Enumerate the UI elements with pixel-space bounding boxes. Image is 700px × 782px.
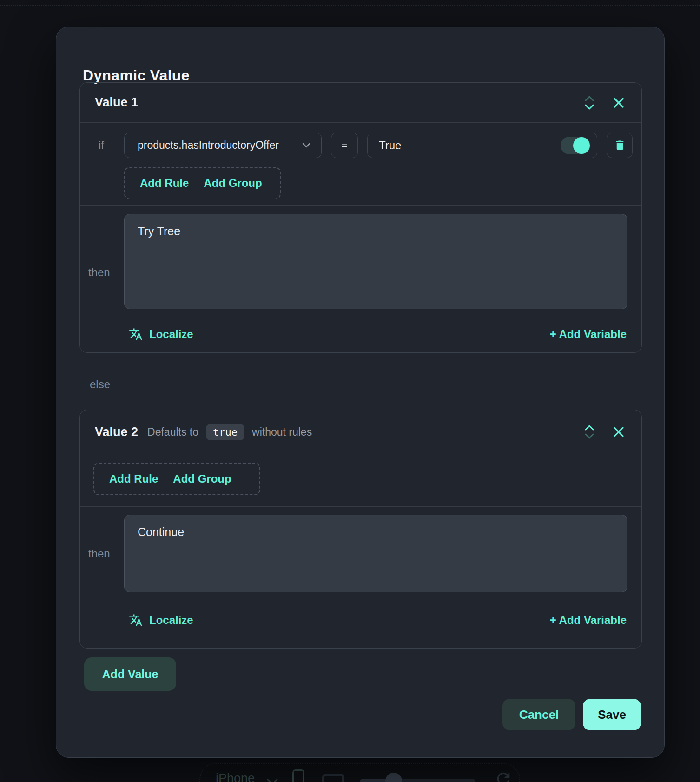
- localize-label: Localize: [149, 328, 193, 341]
- condition-operator-select[interactable]: =: [331, 133, 358, 158]
- add-rule-button[interactable]: Add Rule: [140, 177, 189, 190]
- portrait-orientation-icon[interactable]: [292, 769, 304, 782]
- value-2-card: Value 2 Defaults to true without rules A…: [79, 410, 642, 649]
- default-value-pill: true: [206, 424, 244, 440]
- section-divider: [80, 506, 641, 507]
- then-label: then: [88, 547, 110, 560]
- chevron-up-icon[interactable]: [584, 425, 595, 431]
- close-icon[interactable]: [613, 426, 625, 438]
- add-rule-group-box: Add Rule Add Group: [93, 463, 260, 495]
- modal-title: Dynamic Value: [83, 67, 190, 84]
- reorder-value-2-control[interactable]: [584, 425, 595, 439]
- translate-icon: [129, 327, 143, 341]
- add-group-button[interactable]: Add Group: [173, 472, 231, 485]
- section-divider: [80, 205, 641, 206]
- add-variable-button[interactable]: + Add Variable: [550, 328, 627, 341]
- chevron-down-icon[interactable]: [584, 433, 595, 439]
- refresh-icon[interactable]: [494, 769, 513, 782]
- value-1-title: Value 1: [95, 95, 138, 110]
- chevron-down-icon[interactable]: [584, 104, 595, 110]
- localize-row: Localize + Add Variable: [129, 325, 627, 344]
- localize-button[interactable]: Localize: [129, 327, 193, 341]
- landscape-orientation-icon[interactable]: [322, 774, 344, 782]
- defaults-prefix: Defaults to: [147, 426, 198, 438]
- add-rule-group-box: Add Rule Add Group: [124, 167, 281, 199]
- else-label: else: [90, 378, 110, 391]
- chevron-down-icon: [302, 141, 311, 150]
- reorder-value-1-control[interactable]: [584, 96, 595, 110]
- zoom-slider-thumb[interactable]: [385, 773, 402, 782]
- device-preview-toolbar: iPhone: [199, 763, 520, 782]
- save-button[interactable]: Save: [583, 699, 641, 730]
- value-1-header: Value 1: [80, 83, 641, 123]
- add-variable-button[interactable]: + Add Variable: [550, 614, 627, 627]
- cancel-button[interactable]: Cancel: [502, 699, 575, 730]
- then-label: then: [88, 266, 110, 279]
- localize-row: Localize + Add Variable: [129, 611, 627, 630]
- value-2-title: Value 2: [95, 425, 138, 439]
- value-2-header: Value 2 Defaults to true without rules: [80, 410, 641, 454]
- condition-row: if products.hasIntroductoryOffer = True: [80, 133, 641, 158]
- condition-field-value: products.hasIntroductoryOffer: [138, 139, 279, 152]
- localize-label: Localize: [149, 614, 193, 627]
- chevron-up-icon[interactable]: [584, 96, 595, 101]
- if-label: if: [99, 139, 104, 152]
- add-value-button[interactable]: Add Value: [84, 657, 176, 691]
- screen: iPhone Dynamic Value Value 1: [0, 0, 700, 782]
- trash-icon[interactable]: [614, 139, 626, 152]
- defaults-suffix: without rules: [252, 426, 312, 438]
- background-dotted-divider: [0, 5, 700, 6]
- delete-rule-button[interactable]: [607, 133, 633, 158]
- zoom-slider[interactable]: [360, 779, 475, 782]
- remove-value-2-button[interactable]: [613, 426, 625, 438]
- close-icon[interactable]: [613, 97, 625, 109]
- remove-value-1-button[interactable]: [613, 97, 625, 109]
- condition-field-select[interactable]: products.hasIntroductoryOffer: [124, 133, 322, 158]
- condition-value-label: True: [379, 139, 401, 152]
- add-rule-button[interactable]: Add Rule: [109, 472, 158, 485]
- value-1-card: Value 1 if products.hasIntroductoryOffer: [79, 82, 642, 353]
- then-value-textarea[interactable]: Try Tree: [124, 214, 627, 309]
- condition-value-box: True: [367, 133, 597, 158]
- boolean-toggle[interactable]: [561, 137, 590, 154]
- localize-button[interactable]: Localize: [129, 613, 193, 627]
- add-group-button[interactable]: Add Group: [204, 177, 262, 190]
- translate-icon: [129, 613, 143, 627]
- toggle-knob: [573, 137, 590, 154]
- device-select[interactable]: iPhone: [216, 771, 255, 782]
- chevron-down-icon: [266, 778, 278, 782]
- then-value-textarea[interactable]: Continue: [124, 515, 627, 592]
- dynamic-value-modal: Dynamic Value Value 1 if produc: [56, 27, 665, 758]
